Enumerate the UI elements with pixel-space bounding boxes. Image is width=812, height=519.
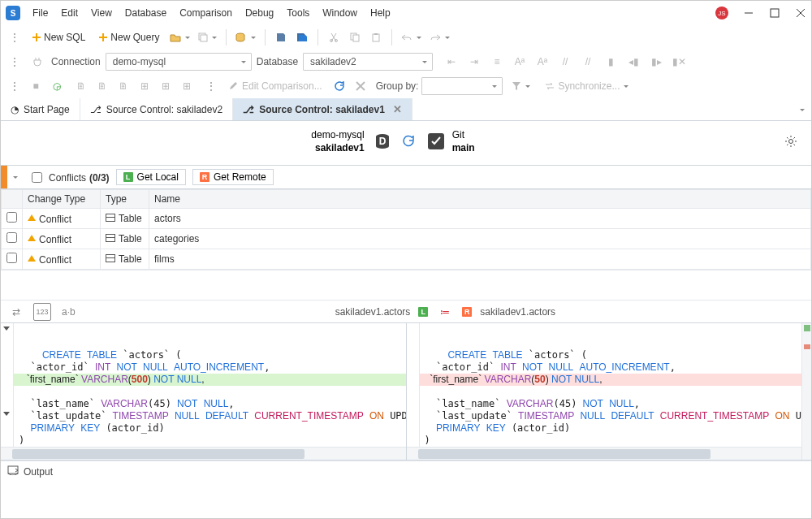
new-sql-button[interactable]: New SQL	[27, 28, 90, 46]
tab-start-page[interactable]: ◔ Start Page	[1, 98, 80, 120]
obj1-icon[interactable]: 🗎	[72, 77, 90, 95]
tab-strip: ◔ Start Page ⎇ Source Control: sakiladev…	[1, 98, 811, 121]
close-button[interactable]	[795, 7, 806, 19]
tabs-overflow[interactable]	[792, 98, 811, 120]
menu-database[interactable]: Database	[119, 4, 172, 22]
diff-pane-right: CREATE TABLE `actors` ( `actor_id` INT N…	[406, 323, 812, 460]
table-icon	[106, 234, 115, 242]
obj2-icon[interactable]: 🗎	[93, 77, 111, 95]
paste-button[interactable]	[367, 28, 385, 46]
grip-icon: ⋮	[6, 53, 24, 71]
indent-left-icon[interactable]: ⇤	[443, 53, 460, 71]
obj4-icon[interactable]: ⊞	[136, 77, 153, 95]
open-button[interactable]	[167, 28, 192, 46]
indent-right-icon[interactable]: ⇥	[465, 53, 483, 71]
menu-help[interactable]: Help	[365, 4, 396, 22]
redo-button[interactable]	[427, 28, 452, 46]
spacing-icon[interactable]: a·b	[59, 303, 78, 321]
tab-label: Start Page	[24, 104, 70, 115]
get-local-button[interactable]: LGet Local	[116, 169, 186, 185]
hscroll-right[interactable]	[407, 447, 812, 460]
menu-edit[interactable]: Edit	[55, 4, 84, 22]
sync-small-icon[interactable]: ◶	[48, 77, 66, 95]
tab-source-control-1[interactable]: ⎇ Source Control: sakiladev1 ✕	[233, 98, 412, 120]
menu-file[interactable]: File	[27, 4, 54, 22]
diff-options-icon[interactable]: ≔	[436, 303, 454, 321]
grip-icon: ⋮	[6, 77, 24, 95]
synchronize-button[interactable]: Synchronize...	[539, 77, 633, 95]
app-icon: S	[6, 6, 20, 20]
copy-dropdown[interactable]	[196, 28, 219, 46]
prev-bookmark-icon[interactable]: ◂▮	[624, 53, 642, 71]
uncomment-icon[interactable]: //	[579, 53, 597, 71]
filter-icon[interactable]	[509, 77, 533, 95]
menu-window[interactable]: Window	[317, 4, 363, 22]
edit-comparison-button[interactable]: Edit Comparison...	[223, 77, 327, 95]
clear-bookmarks-icon[interactable]: ▮✕	[670, 53, 689, 71]
tab-close-icon[interactable]: ✕	[393, 103, 402, 115]
compare-icon[interactable]: ⇄	[7, 303, 25, 321]
hscroll-left[interactable]	[1, 447, 406, 460]
svg-text:D: D	[378, 136, 386, 147]
table-row[interactable]: ConflictTableactors	[2, 209, 811, 229]
copy-button[interactable]	[346, 28, 364, 46]
refresh-button[interactable]	[330, 77, 348, 95]
bookmark-icon[interactable]: ▮	[602, 53, 620, 71]
overview-ruler[interactable]	[801, 323, 811, 460]
swap-direction-button[interactable]	[399, 132, 418, 150]
collapse-icon[interactable]	[13, 176, 18, 181]
remove-button[interactable]	[352, 77, 369, 95]
svg-line-2	[797, 9, 805, 17]
menu-view[interactable]: View	[85, 4, 118, 22]
row-checkbox[interactable]	[6, 212, 17, 223]
stop-icon[interactable]: ■	[27, 77, 45, 95]
col-change-type[interactable]: Change Type	[23, 190, 101, 209]
svg-point-7	[330, 40, 333, 42]
numbers-icon[interactable]: 123	[33, 303, 51, 321]
save-all-button[interactable]	[293, 28, 311, 46]
plug-icon[interactable]	[28, 53, 46, 71]
minimize-button[interactable]	[743, 7, 754, 19]
menu-bar: File Edit View Database Comparison Debug…	[27, 4, 715, 22]
db-action-button[interactable]	[233, 28, 258, 46]
cut-button[interactable]	[325, 28, 343, 46]
header-branch: main	[452, 142, 475, 154]
branch-icon: ⎇	[90, 104, 102, 115]
database-combo[interactable]: sakiladev2	[303, 53, 433, 71]
undo-button[interactable]	[399, 28, 424, 46]
conflicts-checkbox[interactable]	[32, 172, 42, 183]
group-by-combo[interactable]	[421, 77, 503, 95]
header-vcs: Git	[452, 129, 464, 141]
next-bookmark-icon[interactable]: ▮▸	[647, 53, 665, 71]
svg-point-15	[376, 134, 389, 139]
warning-icon	[28, 210, 36, 221]
row-checkbox[interactable]	[6, 253, 17, 263]
get-remote-button[interactable]: RGet Remote	[192, 169, 274, 185]
output-label[interactable]: Output	[24, 466, 53, 478]
table-row[interactable]: ConflictTablefilms	[2, 249, 811, 270]
align-icon[interactable]: ≡	[488, 53, 506, 71]
output-icon[interactable]	[7, 465, 19, 478]
menu-comparison[interactable]: Comparison	[174, 4, 238, 22]
js-badge-icon: JS	[715, 6, 728, 19]
new-query-button[interactable]: New Query	[93, 28, 164, 46]
comment-icon[interactable]: //	[556, 53, 574, 71]
tab-source-control-2[interactable]: ⎇ Source Control: sakiladev2	[80, 98, 233, 120]
svg-line-13	[356, 82, 365, 90]
connection-combo[interactable]: demo-mysql	[106, 53, 252, 71]
col-type[interactable]: Type	[101, 190, 149, 209]
maximize-button[interactable]	[769, 7, 780, 19]
gear-icon[interactable]	[782, 132, 800, 150]
menu-debug[interactable]: Debug	[240, 4, 279, 22]
obj6-icon[interactable]: ⊞	[178, 77, 196, 95]
case-icon[interactable]: Aª	[511, 53, 529, 71]
row-checkbox[interactable]	[6, 232, 17, 243]
save-button[interactable]	[272, 28, 290, 46]
obj3-icon[interactable]: 🗎	[114, 77, 132, 95]
uppercase-icon[interactable]: Aª	[533, 53, 551, 71]
col-name[interactable]: Name	[149, 190, 811, 209]
table-row[interactable]: ConflictTablecategories	[2, 229, 811, 249]
menu-tools[interactable]: Tools	[281, 4, 315, 22]
obj5-icon[interactable]: ⊞	[157, 77, 175, 95]
grip-icon: ⋮	[6, 28, 24, 46]
